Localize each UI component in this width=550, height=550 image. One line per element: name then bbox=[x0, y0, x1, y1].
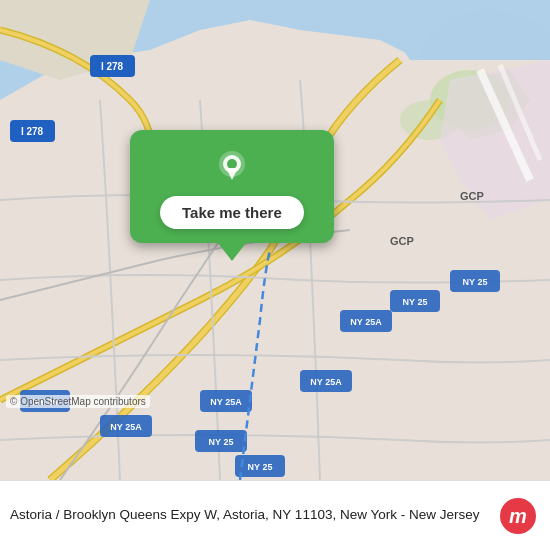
svg-text:NY 25: NY 25 bbox=[248, 462, 273, 472]
address-text: Astoria / Brooklyn Queens Expy W, Astori… bbox=[10, 506, 488, 525]
svg-text:NY 25: NY 25 bbox=[463, 277, 488, 287]
moovit-icon: m bbox=[500, 498, 536, 534]
svg-point-39 bbox=[227, 159, 237, 169]
take-me-there-button[interactable]: Take me there bbox=[160, 196, 304, 229]
copyright-text: © OpenStreetMap contributors bbox=[6, 395, 150, 408]
map-container: I 278 I 278 NY 25 NY 25A NY 25A NY 25 NY… bbox=[0, 0, 550, 480]
svg-text:I 278: I 278 bbox=[21, 126, 44, 137]
svg-text:NY 25: NY 25 bbox=[403, 297, 428, 307]
svg-text:NY 25A: NY 25A bbox=[110, 422, 142, 432]
svg-text:I 278: I 278 bbox=[101, 61, 124, 72]
svg-text:NY 25A: NY 25A bbox=[350, 317, 382, 327]
popup-arrow bbox=[218, 243, 246, 261]
location-pin-icon bbox=[213, 148, 251, 186]
popup-container: Take me there bbox=[130, 130, 334, 261]
svg-text:NY 25A: NY 25A bbox=[210, 397, 242, 407]
info-bar: Astoria / Brooklyn Queens Expy W, Astori… bbox=[0, 480, 550, 550]
svg-text:NY 25: NY 25 bbox=[209, 437, 234, 447]
popup-card: Take me there bbox=[130, 130, 334, 243]
svg-text:GCP: GCP bbox=[390, 235, 414, 247]
moovit-m-letter: m bbox=[509, 506, 527, 526]
svg-text:NY 25A: NY 25A bbox=[310, 377, 342, 387]
svg-text:GCP: GCP bbox=[460, 190, 484, 202]
moovit-logo: m bbox=[500, 498, 536, 534]
